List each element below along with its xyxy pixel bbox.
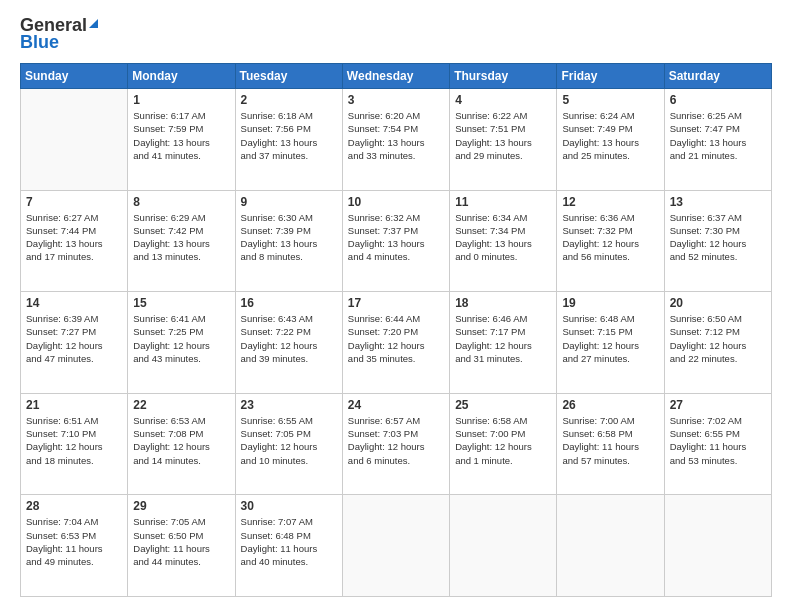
weekday-header-saturday: Saturday <box>664 64 771 89</box>
day-info: Sunrise: 6:51 AM Sunset: 7:10 PM Dayligh… <box>26 414 122 467</box>
day-info: Sunrise: 6:39 AM Sunset: 7:27 PM Dayligh… <box>26 312 122 365</box>
day-number: 16 <box>241 296 337 310</box>
day-number: 5 <box>562 93 658 107</box>
day-number: 12 <box>562 195 658 209</box>
day-number: 18 <box>455 296 551 310</box>
day-number: 6 <box>670 93 766 107</box>
day-number: 17 <box>348 296 444 310</box>
day-cell: 17Sunrise: 6:44 AM Sunset: 7:20 PM Dayli… <box>342 292 449 394</box>
weekday-header-thursday: Thursday <box>450 64 557 89</box>
day-cell: 12Sunrise: 6:36 AM Sunset: 7:32 PM Dayli… <box>557 190 664 292</box>
day-number: 23 <box>241 398 337 412</box>
week-row-2: 7Sunrise: 6:27 AM Sunset: 7:44 PM Daylig… <box>21 190 772 292</box>
day-cell: 28Sunrise: 7:04 AM Sunset: 6:53 PM Dayli… <box>21 495 128 597</box>
day-cell: 26Sunrise: 7:00 AM Sunset: 6:58 PM Dayli… <box>557 393 664 495</box>
week-row-1: 1Sunrise: 6:17 AM Sunset: 7:59 PM Daylig… <box>21 89 772 191</box>
day-info: Sunrise: 6:34 AM Sunset: 7:34 PM Dayligh… <box>455 211 551 264</box>
day-number: 11 <box>455 195 551 209</box>
day-info: Sunrise: 6:43 AM Sunset: 7:22 PM Dayligh… <box>241 312 337 365</box>
day-number: 22 <box>133 398 229 412</box>
day-cell: 24Sunrise: 6:57 AM Sunset: 7:03 PM Dayli… <box>342 393 449 495</box>
day-cell: 2Sunrise: 6:18 AM Sunset: 7:56 PM Daylig… <box>235 89 342 191</box>
logo: General Blue <box>20 15 98 53</box>
week-row-4: 21Sunrise: 6:51 AM Sunset: 7:10 PM Dayli… <box>21 393 772 495</box>
day-number: 25 <box>455 398 551 412</box>
day-number: 13 <box>670 195 766 209</box>
day-number: 26 <box>562 398 658 412</box>
day-cell: 29Sunrise: 7:05 AM Sunset: 6:50 PM Dayli… <box>128 495 235 597</box>
day-cell: 22Sunrise: 6:53 AM Sunset: 7:08 PM Dayli… <box>128 393 235 495</box>
day-info: Sunrise: 6:29 AM Sunset: 7:42 PM Dayligh… <box>133 211 229 264</box>
day-info: Sunrise: 6:57 AM Sunset: 7:03 PM Dayligh… <box>348 414 444 467</box>
day-info: Sunrise: 6:53 AM Sunset: 7:08 PM Dayligh… <box>133 414 229 467</box>
calendar-page: General Blue SundayMondayTuesdayWednesda… <box>0 0 792 612</box>
day-info: Sunrise: 6:50 AM Sunset: 7:12 PM Dayligh… <box>670 312 766 365</box>
weekday-header-monday: Monday <box>128 64 235 89</box>
day-info: Sunrise: 6:17 AM Sunset: 7:59 PM Dayligh… <box>133 109 229 162</box>
day-number: 27 <box>670 398 766 412</box>
day-number: 7 <box>26 195 122 209</box>
day-cell: 1Sunrise: 6:17 AM Sunset: 7:59 PM Daylig… <box>128 89 235 191</box>
day-number: 15 <box>133 296 229 310</box>
day-number: 28 <box>26 499 122 513</box>
day-cell: 19Sunrise: 6:48 AM Sunset: 7:15 PM Dayli… <box>557 292 664 394</box>
day-cell: 15Sunrise: 6:41 AM Sunset: 7:25 PM Dayli… <box>128 292 235 394</box>
day-cell: 27Sunrise: 7:02 AM Sunset: 6:55 PM Dayli… <box>664 393 771 495</box>
day-info: Sunrise: 6:46 AM Sunset: 7:17 PM Dayligh… <box>455 312 551 365</box>
day-cell: 5Sunrise: 6:24 AM Sunset: 7:49 PM Daylig… <box>557 89 664 191</box>
day-info: Sunrise: 7:02 AM Sunset: 6:55 PM Dayligh… <box>670 414 766 467</box>
day-number: 20 <box>670 296 766 310</box>
day-number: 9 <box>241 195 337 209</box>
day-cell <box>664 495 771 597</box>
day-info: Sunrise: 7:05 AM Sunset: 6:50 PM Dayligh… <box>133 515 229 568</box>
day-cell: 30Sunrise: 7:07 AM Sunset: 6:48 PM Dayli… <box>235 495 342 597</box>
day-cell: 6Sunrise: 6:25 AM Sunset: 7:47 PM Daylig… <box>664 89 771 191</box>
day-number: 3 <box>348 93 444 107</box>
day-cell <box>21 89 128 191</box>
day-cell: 13Sunrise: 6:37 AM Sunset: 7:30 PM Dayli… <box>664 190 771 292</box>
day-cell: 10Sunrise: 6:32 AM Sunset: 7:37 PM Dayli… <box>342 190 449 292</box>
day-info: Sunrise: 6:48 AM Sunset: 7:15 PM Dayligh… <box>562 312 658 365</box>
day-number: 21 <box>26 398 122 412</box>
day-number: 1 <box>133 93 229 107</box>
day-number: 8 <box>133 195 229 209</box>
day-info: Sunrise: 7:04 AM Sunset: 6:53 PM Dayligh… <box>26 515 122 568</box>
weekday-header-row: SundayMondayTuesdayWednesdayThursdayFrid… <box>21 64 772 89</box>
day-info: Sunrise: 6:41 AM Sunset: 7:25 PM Dayligh… <box>133 312 229 365</box>
day-number: 4 <box>455 93 551 107</box>
day-cell: 21Sunrise: 6:51 AM Sunset: 7:10 PM Dayli… <box>21 393 128 495</box>
week-row-3: 14Sunrise: 6:39 AM Sunset: 7:27 PM Dayli… <box>21 292 772 394</box>
day-info: Sunrise: 6:18 AM Sunset: 7:56 PM Dayligh… <box>241 109 337 162</box>
day-cell: 18Sunrise: 6:46 AM Sunset: 7:17 PM Dayli… <box>450 292 557 394</box>
day-info: Sunrise: 6:27 AM Sunset: 7:44 PM Dayligh… <box>26 211 122 264</box>
day-cell: 25Sunrise: 6:58 AM Sunset: 7:00 PM Dayli… <box>450 393 557 495</box>
day-number: 2 <box>241 93 337 107</box>
day-number: 24 <box>348 398 444 412</box>
day-cell <box>450 495 557 597</box>
day-info: Sunrise: 6:37 AM Sunset: 7:30 PM Dayligh… <box>670 211 766 264</box>
day-info: Sunrise: 6:36 AM Sunset: 7:32 PM Dayligh… <box>562 211 658 264</box>
day-cell <box>557 495 664 597</box>
day-number: 30 <box>241 499 337 513</box>
day-cell: 3Sunrise: 6:20 AM Sunset: 7:54 PM Daylig… <box>342 89 449 191</box>
day-cell: 20Sunrise: 6:50 AM Sunset: 7:12 PM Dayli… <box>664 292 771 394</box>
day-cell <box>342 495 449 597</box>
day-number: 10 <box>348 195 444 209</box>
weekday-header-tuesday: Tuesday <box>235 64 342 89</box>
day-info: Sunrise: 6:24 AM Sunset: 7:49 PM Dayligh… <box>562 109 658 162</box>
page-header: General Blue <box>20 15 772 53</box>
calendar-table: SundayMondayTuesdayWednesdayThursdayFrid… <box>20 63 772 597</box>
day-cell: 23Sunrise: 6:55 AM Sunset: 7:05 PM Dayli… <box>235 393 342 495</box>
day-cell: 7Sunrise: 6:27 AM Sunset: 7:44 PM Daylig… <box>21 190 128 292</box>
day-info: Sunrise: 6:25 AM Sunset: 7:47 PM Dayligh… <box>670 109 766 162</box>
day-cell: 9Sunrise: 6:30 AM Sunset: 7:39 PM Daylig… <box>235 190 342 292</box>
logo-blue-text: Blue <box>20 32 59 53</box>
day-info: Sunrise: 7:07 AM Sunset: 6:48 PM Dayligh… <box>241 515 337 568</box>
day-cell: 8Sunrise: 6:29 AM Sunset: 7:42 PM Daylig… <box>128 190 235 292</box>
weekday-header-wednesday: Wednesday <box>342 64 449 89</box>
day-number: 29 <box>133 499 229 513</box>
day-number: 14 <box>26 296 122 310</box>
day-cell: 4Sunrise: 6:22 AM Sunset: 7:51 PM Daylig… <box>450 89 557 191</box>
day-info: Sunrise: 6:58 AM Sunset: 7:00 PM Dayligh… <box>455 414 551 467</box>
weekday-header-sunday: Sunday <box>21 64 128 89</box>
